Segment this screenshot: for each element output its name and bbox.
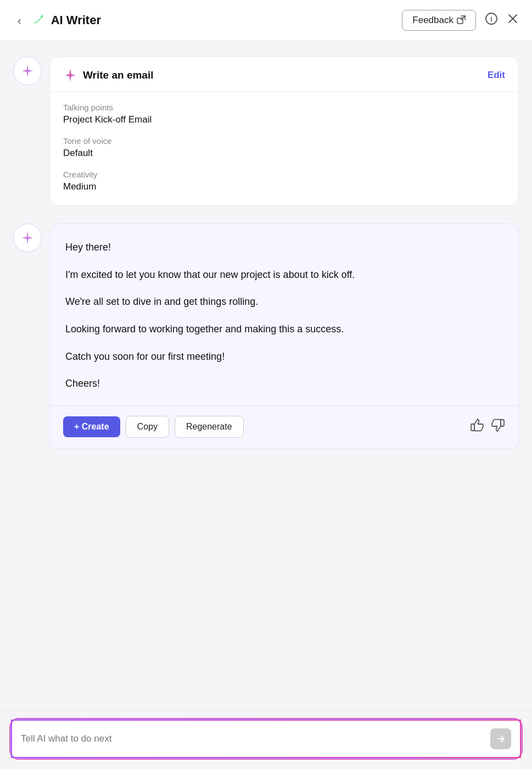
bottom-input-area — [0, 710, 532, 769]
action-buttons-right — [470, 418, 505, 436]
back-button[interactable]: ‹ — [13, 12, 26, 29]
main-content: Write an email Edit Talking points Proje… — [0, 41, 532, 710]
creativity-value: Medium — [63, 181, 505, 192]
svg-rect-3 — [471, 424, 474, 431]
thumbdown-button[interactable] — [491, 418, 505, 436]
action-buttons-left: + Create Copy Regenerate — [63, 416, 244, 438]
response-avatar — [13, 224, 42, 252]
external-link-icon — [457, 15, 466, 26]
header-right: Feedback i — [402, 10, 519, 31]
sparkle-icon — [63, 68, 77, 82]
edit-button[interactable]: Edit — [488, 70, 505, 81]
feedback-label: Feedback — [412, 15, 453, 26]
header: ‹ AI Writer Feedback i — [0, 0, 532, 41]
field-creativity: Creativity Medium — [63, 170, 505, 192]
email-card-body: Talking points Project Kick-off Email To… — [50, 92, 518, 205]
input-wrapper — [11, 720, 521, 758]
regenerate-button[interactable]: Regenerate — [175, 416, 244, 438]
talking-points-label: Talking points — [63, 103, 505, 112]
svg-text:i: i — [490, 15, 492, 23]
response-para-4: Catch you soon for our first meeting! — [65, 349, 503, 365]
svg-rect-4 — [501, 420, 504, 426]
creativity-label: Creativity — [63, 170, 505, 179]
field-tone: Tone of voice Default — [63, 136, 505, 159]
feedback-button[interactable]: Feedback — [402, 10, 476, 31]
info-button[interactable]: i — [485, 12, 498, 29]
response-card: Hey there! I'm excited to let you know t… — [49, 224, 519, 449]
prompt-message-row: Write an email Edit Talking points Proje… — [13, 57, 519, 206]
response-para-0: Hey there! — [65, 239, 503, 256]
tone-label: Tone of voice — [63, 136, 505, 146]
close-button[interactable] — [507, 13, 519, 28]
create-button[interactable]: + Create — [63, 416, 120, 437]
prompt-avatar — [13, 57, 42, 85]
send-button[interactable] — [490, 728, 511, 749]
response-text: Hey there! I'm excited to let you know t… — [65, 239, 503, 392]
response-para-3: Looking forward to working together and … — [65, 321, 503, 338]
back-icon: ‹ — [18, 14, 21, 26]
response-para-2: We're all set to dive in and get things … — [65, 294, 503, 310]
field-talking-points: Talking points Project Kick-off Email — [63, 103, 505, 125]
action-row: + Create Copy Regenerate — [50, 405, 518, 449]
thumbup-button[interactable] — [470, 418, 484, 436]
email-card-header: Write an email Edit — [50, 57, 518, 92]
header-left: ‹ AI Writer — [13, 12, 101, 29]
copy-button[interactable]: Copy — [126, 416, 169, 438]
response-message-row: Hey there! I'm excited to let you know t… — [13, 224, 519, 449]
email-card-title: Write an email — [83, 69, 153, 81]
tone-value: Default — [63, 148, 505, 159]
email-card-title-row: Write an email — [63, 68, 153, 82]
response-card-body: Hey there! I'm excited to let you know t… — [50, 224, 518, 405]
page-title: AI Writer — [51, 13, 101, 27]
ai-input[interactable] — [21, 733, 485, 744]
talking-points-value: Project Kick-off Email — [63, 114, 505, 125]
prompt-card: Write an email Edit Talking points Proje… — [49, 57, 519, 206]
response-para-5: Cheers! — [65, 376, 503, 392]
response-para-1: I'm excited to let you know that our new… — [65, 267, 503, 283]
pen-icon — [32, 13, 44, 28]
